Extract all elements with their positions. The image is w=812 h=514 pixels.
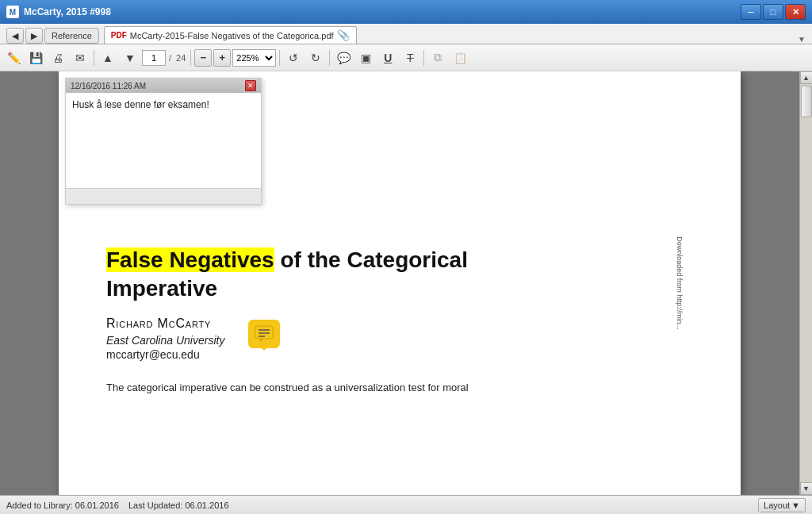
- abstract-text: The categorical imperative can be constr…: [106, 380, 693, 397]
- author-block: Richard McCarty East Carolina University…: [106, 316, 224, 380]
- separator-2: [190, 50, 191, 66]
- status-left: Added to Library: 06.01.2016 Last Update…: [6, 501, 229, 510]
- pdf-viewer[interactable]: 12/16/2016 11:26 AM ✕ Husk å lese denne …: [0, 71, 799, 495]
- svg-marker-4: [259, 339, 262, 342]
- status-right: Layout ▼: [758, 498, 806, 512]
- scroll-down-button[interactable]: ▼: [800, 482, 813, 495]
- title-line2: Imperative: [106, 276, 217, 301]
- paper-title: False Negatives of the Categorical Imper…: [106, 246, 693, 304]
- scroll-up-button[interactable]: ▲: [800, 71, 813, 84]
- forward-button[interactable]: ▶: [25, 28, 43, 44]
- email-button[interactable]: ✉: [70, 48, 90, 68]
- rotate-ccw-button[interactable]: ↺: [283, 48, 304, 68]
- copy-button[interactable]: ⧉: [427, 48, 448, 68]
- save-button[interactable]: 💾: [25, 48, 46, 68]
- status-bar: Added to Library: 06.01.2016 Last Update…: [0, 495, 812, 514]
- pdf-page: 12/16/2016 11:26 AM ✕ Husk å lese denne …: [59, 71, 741, 495]
- reference-button[interactable]: Reference: [44, 28, 99, 44]
- title-bar: M McCarty, 2015 #998 ─ □ ✕: [0, 0, 812, 24]
- window-title: McCarty, 2015 #998: [24, 6, 111, 17]
- paste-button[interactable]: 📋: [450, 48, 470, 68]
- vertical-scrollbar[interactable]: ▲ ▼: [799, 71, 812, 495]
- layout-arrow: ▼: [791, 501, 800, 510]
- sticky-note-footer: [66, 188, 261, 204]
- comment-bubble-icon[interactable]: [248, 320, 280, 348]
- scroll-thumb[interactable]: [801, 86, 812, 117]
- zoom-in-button[interactable]: +: [213, 49, 231, 67]
- abstract-content: The categorical imperative can be constr…: [106, 382, 469, 393]
- tab-bar: ◀ ▶ Reference PDF McCarty-2015-False Neg…: [0, 24, 812, 44]
- close-button[interactable]: ✕: [785, 4, 806, 20]
- tab-label: McCarty-2015-False Negatives of the Cate…: [130, 31, 334, 40]
- scroll-track[interactable]: [800, 84, 813, 482]
- side-text: Downloaded from http://min...: [676, 236, 684, 330]
- page-up-button[interactable]: ▲: [98, 48, 118, 68]
- sticky-note-body: Husk å lese denne før eksamen!: [66, 93, 261, 188]
- separator-4: [329, 50, 330, 66]
- title-highlight-1: False: [106, 247, 163, 272]
- layout-button[interactable]: Layout ▼: [758, 498, 806, 512]
- underline-button[interactable]: U: [377, 48, 398, 68]
- author-name: Richard McCarty: [106, 316, 224, 331]
- separator-3: [279, 50, 280, 66]
- zoom-out-button[interactable]: −: [194, 49, 212, 67]
- sticky-note: 12/16/2016 11:26 AM ✕ Husk å lese denne …: [65, 78, 262, 205]
- strikethrough-button[interactable]: T: [400, 48, 420, 68]
- window-controls: ─ □ ✕: [741, 4, 806, 20]
- author-email: mccartyr@ecu.edu: [106, 348, 224, 361]
- sticky-note-content: Husk å lese denne før eksamen!: [72, 99, 209, 110]
- highlight-button[interactable]: ▣: [355, 48, 376, 68]
- sticky-note-timestamp: 12/16/2016 11:26 AM: [71, 82, 146, 90]
- pdf-icon: PDF: [111, 31, 127, 40]
- status-updated: Last Updated: 06.01.2016: [128, 501, 229, 510]
- tab-end: ▼: [795, 35, 809, 44]
- title-highlight-3: Negatives: [169, 247, 274, 272]
- app-icon: M: [6, 6, 19, 18]
- tab-dropdown-arrow[interactable]: ▼: [798, 35, 806, 44]
- minimize-button[interactable]: ─: [741, 4, 761, 20]
- zoom-select[interactable]: 225% 100% 150% 200%: [232, 49, 276, 67]
- print-button[interactable]: 🖨: [48, 48, 68, 68]
- sticky-note-header: 12/16/2016 11:26 AM ✕: [66, 79, 261, 93]
- comment-button[interactable]: 💬: [333, 48, 354, 68]
- separator-1: [94, 50, 94, 66]
- main-area: 12/16/2016 11:26 AM ✕ Husk å lese denne …: [0, 71, 812, 495]
- page-total: 24: [174, 53, 187, 63]
- nav-controls: ◀ ▶ Reference: [3, 28, 102, 44]
- sticky-note-close-button[interactable]: ✕: [245, 80, 256, 91]
- title-rest: of the Categorical: [274, 247, 468, 272]
- maximize-button[interactable]: □: [763, 4, 783, 20]
- attachment-icon: 📎: [337, 29, 350, 41]
- author-affiliation: East Carolina University: [106, 334, 224, 347]
- page-number-input[interactable]: [142, 50, 166, 66]
- rotate-cw-button[interactable]: ↻: [305, 48, 326, 68]
- page-down-button[interactable]: ▼: [120, 48, 140, 68]
- separator-5: [423, 50, 424, 66]
- pdf-tab[interactable]: PDF McCarty-2015-False Negatives of the …: [104, 26, 357, 44]
- new-button[interactable]: ✏️: [3, 48, 24, 68]
- layout-label: Layout: [764, 501, 790, 510]
- toolbar: ✏️ 💾 🖨 ✉ ▲ ▼ / 24 − + 225% 100% 150% 200…: [0, 44, 812, 71]
- page-separator: /: [167, 53, 173, 63]
- status-added: Added to Library: 06.01.2016: [6, 501, 119, 510]
- back-button[interactable]: ◀: [6, 28, 24, 44]
